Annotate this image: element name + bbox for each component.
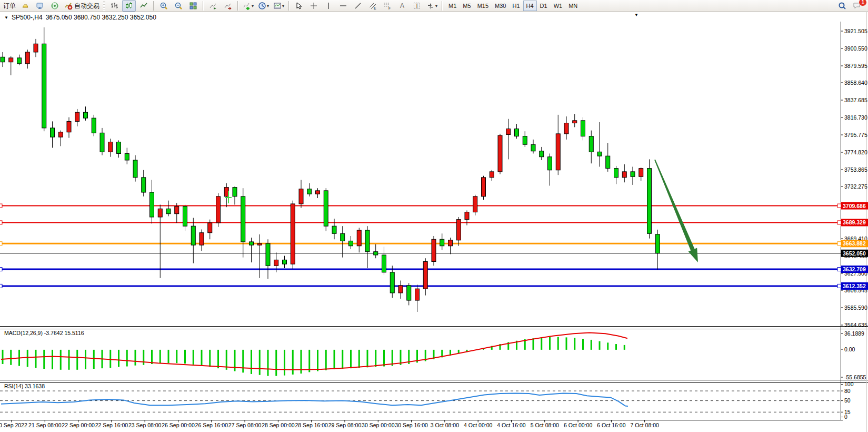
- hline-left-handle[interactable]: [0, 242, 2, 246]
- candle-body: [622, 172, 626, 178]
- hline-left-handle[interactable]: [0, 284, 2, 288]
- hline-price-badge-label: 3709.686: [843, 203, 866, 209]
- price-axis-label: 3753.865: [844, 166, 867, 173]
- candle-body: [117, 142, 121, 154]
- candle-body: [631, 172, 635, 176]
- candle-body: [473, 197, 477, 212]
- candle-body: [573, 121, 577, 123]
- macd-axis-label: -55.6855: [844, 374, 866, 380]
- macd-axis-label: 36.1889: [844, 330, 864, 337]
- candle-body: [407, 286, 411, 300]
- hline-left-handle[interactable]: [0, 268, 2, 271]
- trend-arrow-annotation[interactable]: [654, 160, 698, 262]
- candle-body: [324, 191, 328, 226]
- candle-body: [332, 226, 336, 233]
- candle-body: [415, 289, 420, 300]
- candle-body: [382, 255, 386, 272]
- candle-body: [283, 260, 287, 264]
- hline-price-badge-handle[interactable]: [837, 268, 841, 271]
- candle-body: [498, 135, 502, 172]
- candle-body: [266, 243, 270, 266]
- time-axis-label: 7 Oct 08:00: [631, 422, 659, 428]
- time-axis-label: 30 Sep 00:00: [362, 422, 395, 428]
- time-axis-label: 3 Oct 08:00: [431, 422, 459, 428]
- candle-body: [556, 134, 560, 170]
- candle-body: [183, 207, 187, 227]
- rsi-line: [1, 393, 628, 406]
- price-axis-label: 3900.550: [844, 45, 867, 52]
- candle-body: [440, 239, 444, 246]
- candle-body: [581, 121, 585, 136]
- candle-body: [341, 233, 345, 241]
- price-axis-label: 3585.590: [844, 305, 867, 311]
- macd-indicator-label: MACD(12,26,9) -3.7642 15.5116: [4, 330, 84, 336]
- candle-body: [299, 189, 303, 204]
- candle-body: [142, 178, 146, 192]
- time-axis-label: 27 Sep 08:00: [228, 422, 262, 428]
- hline-price-badge-handle[interactable]: [837, 284, 841, 288]
- time-axis-label: 26 Sep 16:00: [195, 422, 228, 428]
- price-axis-label: 3858.640: [844, 80, 867, 86]
- candle-body: [540, 151, 544, 157]
- candle-body: [465, 212, 469, 220]
- hline-price-badge-handle[interactable]: [837, 221, 841, 224]
- candle-body: [34, 44, 38, 52]
- candle-body: [274, 260, 278, 266]
- candle-body: [639, 169, 643, 177]
- hline-price-badge-label: 3612.352: [843, 283, 866, 289]
- candle-body: [125, 153, 129, 160]
- candle-body: [655, 234, 660, 253]
- time-axis-label: 6 Oct 00:00: [564, 422, 592, 428]
- rsi-axis-label: 0: [844, 414, 847, 420]
- candle-body: [84, 112, 88, 118]
- hline-left-handle[interactable]: [0, 204, 2, 208]
- candle-body: [647, 169, 652, 234]
- time-axis-label: 21 Sep 08:00: [28, 422, 62, 428]
- price-axis-label: 3879.595: [844, 63, 867, 69]
- hline-price-badge-label: 3663.882: [843, 240, 866, 247]
- candle-body: [597, 152, 602, 156]
- time-axis-label: 29 Sep 08:00: [328, 422, 362, 428]
- candle-body: [515, 129, 519, 136]
- time-axis-label: 20 Sep 2022: [0, 422, 27, 428]
- time-axis-label: 26 Sep 00:00: [162, 422, 195, 428]
- price-axis-label: 3774.820: [844, 149, 867, 155]
- hline-price-badge-handle[interactable]: [837, 204, 841, 208]
- candle-body: [398, 286, 403, 293]
- candle-body: [307, 189, 312, 194]
- candle-body: [158, 209, 162, 217]
- time-axis-label: 28 Sep 16:00: [295, 422, 328, 428]
- candle-body: [150, 192, 154, 217]
- time-axis-label: 6 Oct 16:00: [597, 422, 625, 428]
- price-axis-label: 3837.685: [844, 97, 867, 103]
- candle-body: [108, 142, 113, 152]
- bid-price-badge-label: 3652.050: [843, 250, 866, 257]
- candle-body: [291, 204, 295, 264]
- candle-body: [523, 136, 527, 145]
- candle-body: [51, 128, 55, 137]
- candle-body: [390, 272, 394, 293]
- macd-signal-line: [1, 332, 627, 369]
- hline-price-badge-handle[interactable]: [837, 242, 841, 246]
- macd-axis-label: 0.00: [844, 346, 855, 352]
- candle-body: [166, 209, 171, 213]
- rsi-axis-label: 50: [844, 397, 851, 404]
- candle-body: [241, 197, 245, 242]
- time-axis-label: 4 Oct 00:00: [464, 422, 492, 428]
- hline-price-badge-label: 3632.709: [843, 266, 866, 272]
- candle-body: [357, 230, 361, 246]
- price-axis-label: 3816.730: [844, 114, 867, 121]
- candle-body: [216, 197, 221, 223]
- time-axis-label: 30 Sep 16:00: [395, 422, 428, 428]
- candle-body: [548, 157, 552, 170]
- price-axis-label: 3921.505: [844, 28, 867, 34]
- time-axis-label: 28 Sep 00:00: [262, 422, 295, 428]
- candle-body: [365, 230, 370, 252]
- hline-left-handle[interactable]: [0, 221, 2, 224]
- chart-canvas[interactable]: 3921.5053900.5503879.5953858.6403837.685…: [0, 0, 868, 432]
- candle-body: [92, 118, 96, 133]
- time-axis-label: 5 Oct 08:00: [531, 422, 559, 428]
- time-axis-label: 22 Sep 16:00: [95, 422, 128, 428]
- candle-body: [1, 57, 5, 62]
- candle-body: [564, 123, 568, 134]
